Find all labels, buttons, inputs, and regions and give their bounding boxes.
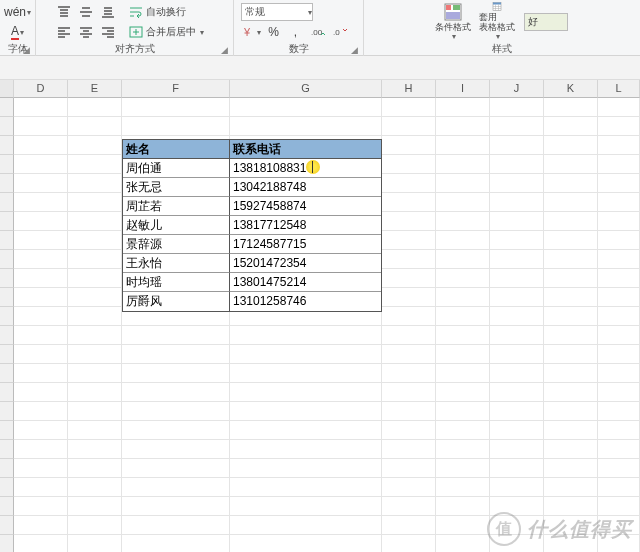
cell[interactable]	[598, 117, 640, 136]
phone-cell[interactable]: 13101258746	[230, 292, 381, 311]
row-header[interactable]	[0, 98, 14, 117]
align-center-button[interactable]	[75, 22, 97, 42]
cell[interactable]	[544, 212, 598, 231]
cell[interactable]	[490, 383, 544, 402]
cell[interactable]	[490, 364, 544, 383]
cell[interactable]	[122, 364, 230, 383]
cell[interactable]	[544, 383, 598, 402]
cell[interactable]	[436, 98, 490, 117]
cell[interactable]	[122, 459, 230, 478]
cell[interactable]	[436, 288, 490, 307]
cell[interactable]	[122, 516, 230, 535]
cell[interactable]	[436, 269, 490, 288]
cell[interactable]	[544, 193, 598, 212]
cell[interactable]	[382, 212, 436, 231]
cell[interactable]	[230, 117, 382, 136]
cell[interactable]	[14, 345, 68, 364]
cell[interactable]	[598, 440, 640, 459]
number-format-combo[interactable]: 常规▾	[241, 3, 313, 21]
cell[interactable]	[68, 402, 122, 421]
cell[interactable]	[436, 440, 490, 459]
cell[interactable]	[382, 231, 436, 250]
cell[interactable]	[598, 193, 640, 212]
cell[interactable]	[68, 535, 122, 552]
cell[interactable]	[122, 402, 230, 421]
cell[interactable]	[68, 193, 122, 212]
cell[interactable]	[598, 136, 640, 155]
cell[interactable]	[382, 421, 436, 440]
cell[interactable]	[14, 497, 68, 516]
phone-cell[interactable]: 13801475214	[230, 273, 381, 292]
cell[interactable]	[382, 516, 436, 535]
cell[interactable]	[68, 231, 122, 250]
cell[interactable]	[490, 231, 544, 250]
cell[interactable]	[490, 269, 544, 288]
cell[interactable]	[544, 117, 598, 136]
cell[interactable]	[382, 459, 436, 478]
col-header[interactable]: D	[14, 80, 68, 98]
cell[interactable]	[382, 326, 436, 345]
cell[interactable]	[490, 307, 544, 326]
increase-decimal-button[interactable]: .00	[307, 22, 329, 42]
cell[interactable]	[598, 402, 640, 421]
percent-button[interactable]: %	[263, 22, 285, 42]
cell[interactable]	[14, 117, 68, 136]
cell[interactable]	[544, 364, 598, 383]
cell[interactable]	[490, 535, 544, 552]
cell[interactable]	[68, 383, 122, 402]
cell[interactable]	[14, 459, 68, 478]
row-header[interactable]	[0, 269, 14, 288]
cell[interactable]	[490, 478, 544, 497]
cell[interactable]	[122, 326, 230, 345]
cell[interactable]	[382, 98, 436, 117]
row-header[interactable]	[0, 250, 14, 269]
cell[interactable]	[490, 288, 544, 307]
phone-cell[interactable]: 13818108831	[230, 159, 381, 178]
cell[interactable]	[68, 174, 122, 193]
wrap-text-button[interactable]: 自动换行	[127, 2, 217, 22]
cell[interactable]	[490, 345, 544, 364]
row-header[interactable]	[0, 231, 14, 250]
cell[interactable]	[122, 497, 230, 516]
cell[interactable]	[14, 421, 68, 440]
col-header[interactable]: H	[382, 80, 436, 98]
align-top-button[interactable]	[53, 2, 75, 22]
cell-style-swatch[interactable]: 好	[524, 13, 568, 31]
col-header[interactable]: F	[122, 80, 230, 98]
cell[interactable]	[230, 440, 382, 459]
align-right-button[interactable]	[97, 22, 119, 42]
cell[interactable]	[436, 478, 490, 497]
cell[interactable]	[68, 212, 122, 231]
cell[interactable]	[68, 345, 122, 364]
cell[interactable]	[490, 98, 544, 117]
cell[interactable]	[68, 98, 122, 117]
conditional-format-button[interactable]: 条件格式▾	[435, 2, 471, 42]
cell[interactable]	[598, 383, 640, 402]
name-cell[interactable]: 时均瑶	[123, 273, 230, 292]
cell[interactable]	[230, 478, 382, 497]
cell[interactable]	[598, 326, 640, 345]
row-header[interactable]	[0, 421, 14, 440]
cell[interactable]	[230, 421, 382, 440]
col-header[interactable]: E	[68, 80, 122, 98]
cell[interactable]	[490, 136, 544, 155]
cell[interactable]	[544, 535, 598, 552]
cell[interactable]	[68, 288, 122, 307]
cell[interactable]	[436, 459, 490, 478]
cell[interactable]	[382, 535, 436, 552]
name-cell[interactable]: 周芷若	[123, 197, 230, 216]
cell[interactable]	[382, 307, 436, 326]
align-bottom-button[interactable]	[97, 2, 119, 22]
cell[interactable]	[544, 402, 598, 421]
cell[interactable]	[598, 516, 640, 535]
cell[interactable]	[544, 345, 598, 364]
cell[interactable]	[14, 174, 68, 193]
cell[interactable]	[544, 307, 598, 326]
cell[interactable]	[230, 364, 382, 383]
name-cell[interactable]: 张无忌	[123, 178, 230, 197]
cell[interactable]	[230, 383, 382, 402]
row-header[interactable]	[0, 326, 14, 345]
name-cell[interactable]: 厉爵风	[123, 292, 230, 311]
cell[interactable]	[122, 345, 230, 364]
cell[interactable]	[14, 478, 68, 497]
